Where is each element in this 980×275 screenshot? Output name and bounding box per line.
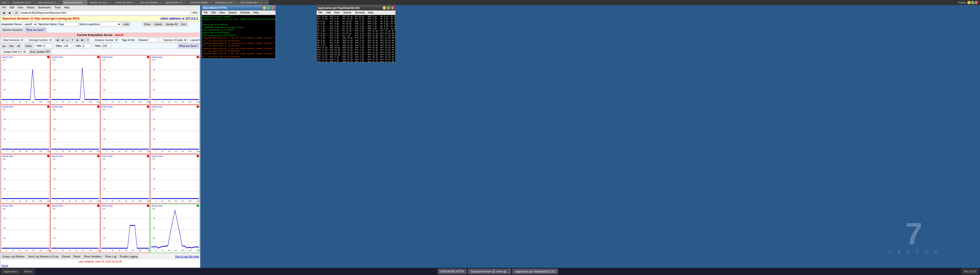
reload-footer-button[interactable]: Reload (61, 254, 72, 259)
aida-menu-view[interactable]: View (218, 11, 226, 14)
browser-close[interactable]: × (974, 1, 978, 4)
spectrum-name-input[interactable] (58, 22, 78, 27)
tab-runcontrol[interactable]: Run Control @ cir... × (37, 0, 62, 5)
spectrum-cell[interactable]: aida14 Rate1007550250020406080100120 (51, 204, 100, 253)
new-button[interactable]: new (8, 44, 15, 48)
view-functions-select[interactable]: View functions (1, 38, 24, 42)
tab-systemwide[interactable]: System wide Ch... × (164, 0, 188, 5)
update-button[interactable]: Update (153, 22, 163, 27)
spectrum-cell[interactable]: aida05 Rate1007550250020406080100120 (1, 105, 50, 154)
spectrum-cell[interactable]: aida08 Rate1007550250020406080100120 (150, 105, 200, 154)
species-functions-button[interactable]: Species functions (1, 27, 24, 32)
nav-down[interactable]: ▼ (70, 38, 75, 42)
tab-close[interactable]: × (59, 1, 60, 4)
tab-new[interactable]: + (264, 0, 269, 5)
term-menu-help[interactable]: Help (367, 11, 374, 14)
menu-tools[interactable]: Tools (54, 6, 61, 9)
spectrum-cell[interactable]: aida11 Rate1007550250020406080100120 (100, 154, 150, 204)
update-all-button[interactable]: Update All (165, 22, 179, 27)
linear-button[interactable]: linear (24, 44, 33, 48)
taskbar-aida[interactable]: AIDA MIDAS HTTPd (438, 269, 467, 274)
nav-next[interactable]: ▶ (75, 38, 80, 42)
acq-server-select[interactable]: aida26 (23, 22, 38, 27)
aida-close[interactable]: × (271, 6, 274, 9)
auto-update-button[interactable]: Auto Update OFF (29, 49, 51, 54)
what-are-those-btn1[interactable]: What are these? (25, 27, 46, 32)
channel-input[interactable] (149, 38, 159, 42)
xmin-input[interactable] (43, 44, 52, 48)
tab-statistics[interactable]: Statistics @ carm... × (88, 0, 113, 5)
ymax-input[interactable] (102, 44, 111, 48)
spectrum-cell[interactable]: aida15 Rate1007550250020406080100120 (100, 204, 150, 253)
spectrum-cell[interactable]: aida02 Rate1007550250020406080100120 (51, 55, 100, 104)
update-rate-select[interactable]: Update Rate (4 sec) (1, 49, 27, 54)
forward-button[interactable]: ▶ (7, 11, 13, 15)
menu-file[interactable]: File (1, 6, 7, 9)
zero-button[interactable]: Zero (180, 22, 188, 27)
go-button[interactable]: go (1, 44, 6, 48)
tab-spectrum[interactable]: Spectrum Browse... × (62, 0, 88, 5)
taskbar-places[interactable]: Places (21, 269, 35, 274)
tab-close[interactable]: × (135, 1, 137, 4)
tab-close[interactable]: × (261, 1, 262, 4)
tab-led[interactable]: LED and Wavefor... × (138, 0, 164, 5)
tab-close[interactable]: × (85, 1, 86, 4)
show-variables-button[interactable]: Show Variables (83, 254, 103, 259)
term-menu-view[interactable]: View (333, 11, 340, 14)
menu-bookmarks[interactable]: Bookmarks (38, 6, 52, 9)
show-log-button[interactable]: Show Log (103, 254, 118, 259)
taskbar-spectrum-browser[interactable]: Spectrum Browser @ carme-gs... (468, 269, 511, 274)
what-are-those-btn3[interactable]: What are these? (178, 44, 199, 48)
multi-button[interactable]: multi (122, 22, 130, 27)
tab-close[interactable]: × (185, 1, 186, 4)
url-input[interactable] (20, 11, 190, 15)
term-menu-edit[interactable]: Edit (325, 11, 331, 14)
spectrum-dropdown[interactable] (101, 22, 121, 27)
show-button[interactable]: Show (143, 22, 151, 27)
browser-maximize[interactable]: □ (971, 1, 974, 4)
tab-whiterabbit[interactable]: GSI White Rabbit... × (188, 0, 213, 5)
terminal-minimize[interactable]: − (383, 6, 386, 9)
menu-history[interactable]: History (26, 6, 35, 9)
all-button[interactable]: all (16, 44, 21, 48)
nav-first[interactable]: |◀ (55, 38, 59, 42)
spectrum-cell[interactable]: aida07 Rate1007550250020406080100120 (100, 105, 150, 154)
nav-prev[interactable]: ◀ (60, 38, 65, 42)
xmax-input[interactable] (63, 44, 72, 48)
nav-up[interactable]: ▲ (65, 38, 70, 42)
spectrum-cell[interactable]: aida06 Rate1007550250020406080100120 (51, 105, 100, 154)
empty-log-button[interactable]: Empty Log Window (1, 254, 26, 259)
menu-view[interactable]: View (17, 6, 24, 9)
analysis-functions-select[interactable]: Analysis functions (93, 38, 119, 42)
reset-button[interactable]: Reset (72, 254, 81, 259)
aida-minimize[interactable]: − (262, 6, 266, 9)
spectrum-cell[interactable]: aida12 Rate1007550250020406080100120 (150, 154, 200, 204)
menu-help[interactable]: Help (63, 6, 70, 9)
spectrum-cell[interactable]: aida13 Rate1007550250020406080100120 (1, 204, 50, 253)
aida-maximize[interactable]: □ (267, 6, 270, 9)
tab-aida[interactable]: AIDA × (0, 0, 11, 5)
reload-button[interactable]: ↺ (14, 11, 19, 15)
tab-close[interactable]: × (161, 1, 162, 4)
taskbar-terminal[interactable]: rpg@carme-gsi:/TapeData/G22-201 (512, 269, 558, 274)
tab-close[interactable]: × (235, 1, 237, 4)
nav-last[interactable]: ▶| (80, 38, 85, 42)
tab-close[interactable]: × (33, 1, 35, 4)
tab-close[interactable]: × (110, 1, 111, 4)
tab-asic[interactable]: ASIC Control @ c... × (239, 0, 264, 5)
tab-temperature[interactable]: Temperature and... × (213, 0, 239, 5)
spectrum-cell[interactable]: aida09 Rate1007550250020406080100120 (1, 154, 50, 204)
spectrum-cell[interactable]: aida01 Rate1007550250020406080100120 (1, 55, 50, 104)
home-link[interactable]: Home (1, 264, 8, 267)
taskbar-applications[interactable]: Applications (1, 269, 21, 274)
back-button[interactable]: ◀ (1, 11, 6, 15)
nav-refresh[interactable]: ↺ (86, 38, 90, 42)
spectrum-cell[interactable]: aida04 Rate1007550250020406080100120 (150, 55, 200, 104)
how-to-link[interactable]: How to use this page (175, 255, 199, 258)
spectrum-cell[interactable]: aida03 Rate1007550250020406080100120 (100, 55, 150, 104)
tab-close[interactable]: × (8, 1, 9, 4)
galleries-select[interactable]: Number of Galleries (162, 38, 188, 42)
browser-minimize[interactable]: − (967, 1, 971, 4)
terminal-close[interactable]: × (391, 6, 394, 9)
spectrum-cell[interactable]: aida16 Rate1007550250020406080100120 (150, 204, 200, 253)
